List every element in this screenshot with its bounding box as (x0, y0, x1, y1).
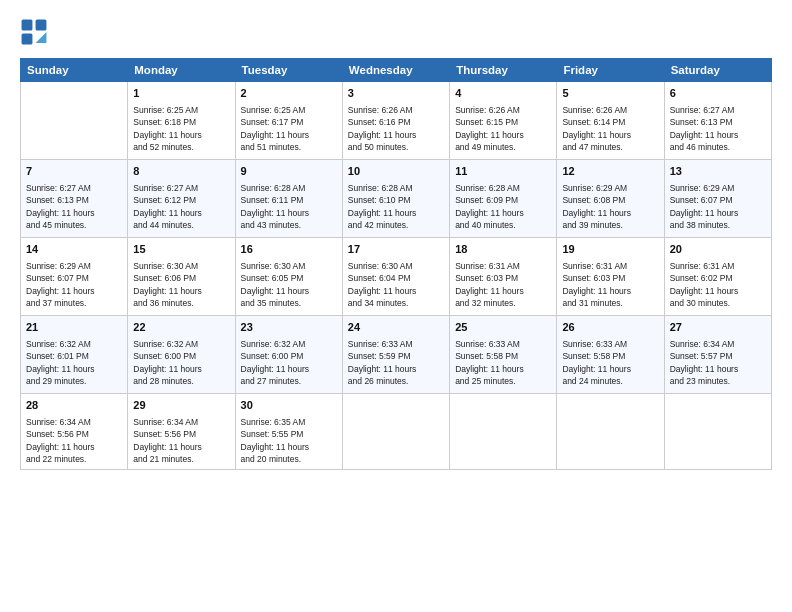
cell-content: 4Sunrise: 6:26 AMSunset: 6:15 PMDaylight… (455, 86, 551, 153)
cell-content: 30Sunrise: 6:35 AMSunset: 5:55 PMDayligh… (241, 398, 337, 465)
daylight-minutes-label: and 47 minutes. (562, 142, 622, 152)
calendar-cell: 7Sunrise: 6:27 AMSunset: 6:13 PMDaylight… (21, 160, 128, 238)
daylight-minutes-label: and 20 minutes. (241, 454, 301, 464)
daylight-hours-label: Daylight: 11 hours (670, 208, 739, 218)
day-number: 12 (562, 164, 658, 180)
daylight-minutes-label: and 40 minutes. (455, 220, 515, 230)
sunrise-label: Sunrise: 6:27 AM (26, 183, 91, 193)
daylight-minutes-label: and 45 minutes. (26, 220, 86, 230)
day-number: 25 (455, 320, 551, 336)
daylight-minutes-label: and 28 minutes. (133, 376, 193, 386)
calendar-cell: 20Sunrise: 6:31 AMSunset: 6:02 PMDayligh… (664, 238, 771, 316)
daylight-minutes-label: and 25 minutes. (455, 376, 515, 386)
cell-content: 3Sunrise: 6:26 AMSunset: 6:16 PMDaylight… (348, 86, 444, 153)
sunrise-label: Sunrise: 6:27 AM (133, 183, 198, 193)
day-number: 5 (562, 86, 658, 102)
sunset-label: Sunset: 5:57 PM (670, 351, 733, 361)
calendar-cell: 11Sunrise: 6:28 AMSunset: 6:09 PMDayligh… (450, 160, 557, 238)
calendar-cell: 14Sunrise: 6:29 AMSunset: 6:07 PMDayligh… (21, 238, 128, 316)
day-number: 18 (455, 242, 551, 258)
daylight-hours-label: Daylight: 11 hours (348, 130, 417, 140)
cell-content: 9Sunrise: 6:28 AMSunset: 6:11 PMDaylight… (241, 164, 337, 231)
daylight-hours-label: Daylight: 11 hours (241, 286, 310, 296)
sunrise-label: Sunrise: 6:32 AM (241, 339, 306, 349)
sunset-label: Sunset: 5:56 PM (133, 429, 196, 439)
sunset-label: Sunset: 6:18 PM (133, 117, 196, 127)
sunrise-label: Sunrise: 6:32 AM (26, 339, 91, 349)
day-number: 2 (241, 86, 337, 102)
daylight-hours-label: Daylight: 11 hours (455, 286, 524, 296)
daylight-minutes-label: and 49 minutes. (455, 142, 515, 152)
sunrise-label: Sunrise: 6:25 AM (241, 105, 306, 115)
day-number: 9 (241, 164, 337, 180)
header (20, 18, 772, 46)
logo-icon (20, 18, 48, 46)
calendar-cell: 19Sunrise: 6:31 AMSunset: 6:03 PMDayligh… (557, 238, 664, 316)
sunrise-label: Sunrise: 6:28 AM (455, 183, 520, 193)
cell-content: 10Sunrise: 6:28 AMSunset: 6:10 PMDayligh… (348, 164, 444, 231)
sunrise-label: Sunrise: 6:33 AM (348, 339, 413, 349)
daylight-hours-label: Daylight: 11 hours (670, 364, 739, 374)
daylight-hours-label: Daylight: 11 hours (455, 364, 524, 374)
sunset-label: Sunset: 6:07 PM (670, 195, 733, 205)
daylight-hours-label: Daylight: 11 hours (670, 286, 739, 296)
sunset-label: Sunset: 6:00 PM (133, 351, 196, 361)
daylight-minutes-label: and 31 minutes. (562, 298, 622, 308)
sunset-label: Sunset: 6:15 PM (455, 117, 518, 127)
daylight-minutes-label: and 46 minutes. (670, 142, 730, 152)
sunset-label: Sunset: 6:01 PM (26, 351, 89, 361)
daylight-hours-label: Daylight: 11 hours (241, 442, 310, 452)
daylight-hours-label: Daylight: 11 hours (133, 364, 202, 374)
sunset-label: Sunset: 6:00 PM (241, 351, 304, 361)
sunrise-label: Sunrise: 6:25 AM (133, 105, 198, 115)
daylight-hours-label: Daylight: 11 hours (241, 130, 310, 140)
day-number: 6 (670, 86, 766, 102)
sunrise-label: Sunrise: 6:28 AM (241, 183, 306, 193)
cell-content: 11Sunrise: 6:28 AMSunset: 6:09 PMDayligh… (455, 164, 551, 231)
sunset-label: Sunset: 6:09 PM (455, 195, 518, 205)
sunrise-label: Sunrise: 6:28 AM (348, 183, 413, 193)
sunrise-label: Sunrise: 6:30 AM (348, 261, 413, 271)
day-number: 24 (348, 320, 444, 336)
cell-content: 18Sunrise: 6:31 AMSunset: 6:03 PMDayligh… (455, 242, 551, 309)
daylight-hours-label: Daylight: 11 hours (133, 442, 202, 452)
sunset-label: Sunset: 5:55 PM (241, 429, 304, 439)
cell-content: 22Sunrise: 6:32 AMSunset: 6:00 PMDayligh… (133, 320, 229, 387)
daylight-hours-label: Daylight: 11 hours (241, 364, 310, 374)
day-number: 27 (670, 320, 766, 336)
day-number: 29 (133, 398, 229, 414)
calendar-cell: 27Sunrise: 6:34 AMSunset: 5:57 PMDayligh… (664, 316, 771, 394)
calendar-cell: 4Sunrise: 6:26 AMSunset: 6:15 PMDaylight… (450, 82, 557, 160)
cell-content: 14Sunrise: 6:29 AMSunset: 6:07 PMDayligh… (26, 242, 122, 309)
svg-marker-3 (36, 32, 47, 43)
sunrise-label: Sunrise: 6:34 AM (670, 339, 735, 349)
sunrise-label: Sunrise: 6:34 AM (26, 417, 91, 427)
header-saturday: Saturday (664, 59, 771, 82)
calendar-cell (450, 394, 557, 470)
daylight-minutes-label: and 27 minutes. (241, 376, 301, 386)
calendar-page: Sunday Monday Tuesday Wednesday Thursday… (0, 0, 792, 612)
day-number: 13 (670, 164, 766, 180)
day-number: 14 (26, 242, 122, 258)
sunset-label: Sunset: 6:16 PM (348, 117, 411, 127)
calendar-cell: 23Sunrise: 6:32 AMSunset: 6:00 PMDayligh… (235, 316, 342, 394)
sunrise-label: Sunrise: 6:27 AM (670, 105, 735, 115)
day-number: 1 (133, 86, 229, 102)
calendar-cell: 16Sunrise: 6:30 AMSunset: 6:05 PMDayligh… (235, 238, 342, 316)
cell-content: 15Sunrise: 6:30 AMSunset: 6:06 PMDayligh… (133, 242, 229, 309)
daylight-minutes-label: and 37 minutes. (26, 298, 86, 308)
header-wednesday: Wednesday (342, 59, 449, 82)
cell-content: 26Sunrise: 6:33 AMSunset: 5:58 PMDayligh… (562, 320, 658, 387)
sunset-label: Sunset: 5:59 PM (348, 351, 411, 361)
header-thursday: Thursday (450, 59, 557, 82)
calendar-cell (664, 394, 771, 470)
daylight-hours-label: Daylight: 11 hours (348, 364, 417, 374)
calendar-cell: 24Sunrise: 6:33 AMSunset: 5:59 PMDayligh… (342, 316, 449, 394)
calendar-cell: 29Sunrise: 6:34 AMSunset: 5:56 PMDayligh… (128, 394, 235, 470)
sunset-label: Sunset: 6:12 PM (133, 195, 196, 205)
calendar-cell: 3Sunrise: 6:26 AMSunset: 6:16 PMDaylight… (342, 82, 449, 160)
sunrise-label: Sunrise: 6:29 AM (670, 183, 735, 193)
cell-content: 20Sunrise: 6:31 AMSunset: 6:02 PMDayligh… (670, 242, 766, 309)
calendar-cell: 17Sunrise: 6:30 AMSunset: 6:04 PMDayligh… (342, 238, 449, 316)
sunset-label: Sunset: 6:13 PM (26, 195, 89, 205)
